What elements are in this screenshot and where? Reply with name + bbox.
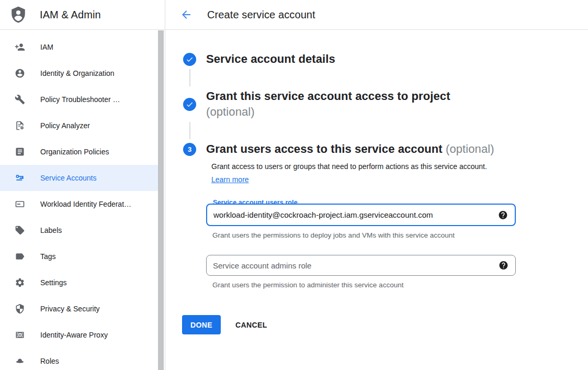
sidebar-scrollbar[interactable]	[158, 30, 164, 370]
wrench-icon	[15, 94, 25, 105]
step-3-optional-label: (optional)	[446, 142, 494, 155]
sidebar-item-label: Roles	[40, 357, 59, 365]
sidebar-item-label: Tags	[40, 252, 56, 261]
sidebar-item-label: Privacy & Security	[40, 305, 100, 313]
sidebar-item-label: Service Accounts	[40, 174, 96, 182]
proxy-icon	[15, 330, 25, 340]
sidebar-scrollbar-thumb[interactable]	[158, 30, 164, 370]
sidebar-item-label: Identity & Organization	[40, 69, 115, 77]
app-title: IAM & Admin	[40, 9, 101, 21]
step-2-title-text: Grant this service account access to pro…	[206, 89, 450, 103]
sidebar-item-service-accounts[interactable]: Service Accounts	[0, 165, 159, 191]
sidebar-item-labels[interactable]: Labels	[0, 217, 165, 243]
card-icon	[15, 199, 25, 209]
wizard-actions: DONE CANCEL	[182, 315, 588, 334]
step-3-number-badge: 3	[183, 143, 196, 156]
sidebar-item-settings[interactable]: Settings	[0, 270, 165, 296]
gear-icon	[15, 277, 25, 288]
document-gear-icon	[15, 120, 25, 131]
main-panel: Create service account Service account d…	[165, 0, 588, 370]
sidebar: IAM & Admin IAM Identity & Organization …	[0, 0, 165, 370]
users-role-input[interactable]	[213, 210, 491, 219]
cancel-button[interactable]: CANCEL	[235, 321, 267, 329]
sidebar-item-tags[interactable]: Tags	[0, 243, 165, 270]
sidebar-item-privacy-security[interactable]: Privacy & Security	[0, 296, 165, 322]
wizard-step-2[interactable]: Grant this service account access to pro…	[183, 88, 588, 120]
step-2-completed-check-icon	[183, 98, 196, 111]
sidebar-item-label: Settings	[40, 278, 67, 287]
users-role-input-box	[206, 204, 516, 226]
app-window: IAM & Admin IAM Identity & Organization …	[0, 0, 588, 370]
hat-icon	[15, 356, 25, 366]
step-3-body: Grant access to users or groups that nee…	[206, 157, 588, 334]
account-circle-icon	[15, 68, 25, 79]
step-connector	[189, 122, 190, 139]
arrow-back-icon	[180, 8, 193, 21]
sidebar-item-policy-analyzer[interactable]: Policy Analyzer	[0, 113, 165, 139]
users-role-helper-text: Grant users the permissions to deploy jo…	[212, 231, 516, 239]
tag-icon	[15, 225, 25, 236]
sidebar-nav: IAM Identity & Organization Policy Troub…	[0, 30, 165, 370]
admins-role-helper-text: Grant users the permission to administer…	[212, 281, 516, 289]
admins-role-help-icon[interactable]	[499, 261, 508, 271]
sidebar-item-iam[interactable]: IAM	[0, 34, 165, 60]
sidebar-item-identity-aware-proxy[interactable]: Identity-Aware Proxy	[0, 322, 165, 348]
users-role-help-icon[interactable]	[498, 210, 508, 220]
step-2-optional-label: (optional)	[206, 104, 450, 120]
admins-role-input[interactable]	[213, 261, 491, 270]
done-button[interactable]: DONE	[182, 315, 221, 334]
wizard-step-3[interactable]: 3 Grant users access to this service acc…	[183, 141, 588, 157]
shield-icon	[15, 304, 25, 314]
sidebar-item-identity-organization[interactable]: Identity & Organization	[0, 60, 165, 86]
article-icon	[15, 147, 25, 157]
learn-more-link[interactable]: Learn more	[211, 175, 249, 184]
sidebar-item-label: Policy Troubleshooter …	[40, 95, 120, 104]
sidebar-item-label: IAM	[40, 43, 53, 51]
sidebar-item-label: Organization Policies	[40, 148, 109, 156]
back-button[interactable]	[180, 8, 193, 21]
step-3-description: Grant access to users or groups that nee…	[206, 160, 493, 186]
sidebar-item-label: Identity-Aware Proxy	[40, 331, 108, 339]
service-account-users-role-field: Service account users role Grant users t…	[206, 204, 516, 239]
service-account-key-icon	[15, 173, 25, 183]
page-title: Create service account	[207, 9, 315, 21]
step-1-title: Service account details	[206, 51, 335, 67]
step-3-description-text: Grant access to users or groups that nee…	[211, 162, 487, 171]
admins-role-input-box	[206, 255, 516, 276]
step-2-title: Grant this service account access to pro…	[206, 88, 450, 120]
sidebar-header: IAM & Admin	[0, 0, 165, 30]
step-1-completed-check-icon	[183, 53, 196, 66]
step-3-title: Grant users access to this service accou…	[206, 141, 494, 157]
step-connector	[189, 69, 190, 86]
service-account-admins-role-field: Grant users the permission to administer…	[206, 255, 516, 289]
step-3-title-text: Grant users access to this service accou…	[206, 142, 443, 155]
page-header: Create service account	[165, 0, 588, 30]
iam-shield-logo-icon	[9, 5, 27, 24]
sidebar-item-label: Labels	[40, 226, 62, 234]
wizard-step-1[interactable]: Service account details	[183, 51, 588, 67]
sidebar-item-policy-troubleshooter[interactable]: Policy Troubleshooter …	[0, 86, 165, 113]
sidebar-item-workload-identity-federation[interactable]: Workload Identity Federat…	[0, 191, 165, 217]
sidebar-item-label: Workload Identity Federat…	[40, 200, 131, 208]
sidebar-item-roles[interactable]: Roles	[0, 348, 165, 370]
create-service-account-wizard: Service account details Grant this servi…	[165, 30, 588, 334]
person-add-icon	[15, 42, 25, 52]
sidebar-item-label: Policy Analyzer	[40, 121, 90, 130]
label-arrow-icon	[15, 251, 25, 262]
sidebar-item-organization-policies[interactable]: Organization Policies	[0, 139, 165, 165]
